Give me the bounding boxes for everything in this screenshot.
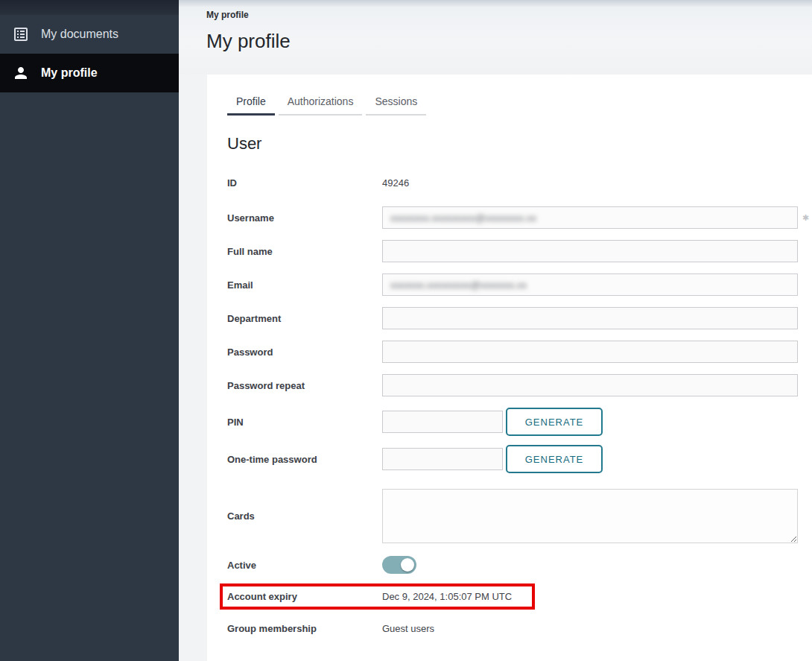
pin-generate-button[interactable]: GENERATE — [506, 408, 603, 436]
department-input[interactable] — [382, 307, 798, 329]
email-redacted-value: xxxxxxx.xxxxxxxxx@xxxxxxx.xx — [390, 279, 527, 291]
field-row-pin: PIN GENERATE — [227, 408, 798, 436]
field-row-username: Username xxxxxxxx.xxxxxxxxx@xxxxxxxx.xx … — [227, 206, 798, 229]
pin-input[interactable] — [382, 411, 503, 433]
account-expiry-label: Account expiry — [227, 591, 382, 602]
cards-label: Cards — [227, 510, 382, 522]
field-row-active: Active — [227, 556, 798, 574]
active-toggle[interactable] — [382, 556, 416, 574]
full-name-label: Full name — [227, 246, 382, 257]
documents-list-icon — [12, 25, 30, 43]
group-membership-label: Group membership — [227, 623, 382, 634]
one-time-password-input[interactable] — [382, 448, 503, 470]
field-row-id: ID 49246 — [227, 177, 798, 189]
active-label: Active — [227, 560, 382, 571]
breadcrumb[interactable]: My profile — [206, 10, 812, 20]
email-label: Email — [227, 279, 382, 291]
main-area: My profile My profile Profile Authorizat… — [179, 0, 812, 661]
sidebar-item-label: My documents — [41, 28, 118, 41]
tab-profile[interactable]: Profile — [227, 89, 275, 116]
field-row-password-repeat: Password repeat — [227, 374, 798, 396]
profile-card: Profile Authorizations Sessions User ID … — [207, 75, 812, 661]
required-asterisk: ✱ — [802, 213, 809, 223]
password-repeat-input[interactable] — [382, 374, 798, 396]
field-row-one-time-password: One-time password GENERATE — [227, 445, 798, 473]
id-value: 49246 — [382, 177, 409, 189]
pin-label: PIN — [227, 417, 382, 428]
app-window: My documents My profile My profile My pr… — [0, 0, 812, 661]
account-expiry-highlight-annotation: Account expiry Dec 9, 2024, 1:05:07 PM U… — [220, 583, 535, 610]
sidebar: My documents My profile — [0, 0, 179, 661]
field-row-department: Department — [227, 307, 798, 329]
id-label: ID — [227, 177, 382, 189]
field-row-cards: Cards — [227, 489, 798, 543]
department-label: Department — [227, 313, 382, 324]
full-name-input[interactable] — [382, 240, 798, 262]
password-repeat-label: Password repeat — [227, 380, 382, 391]
sidebar-top-strip — [0, 0, 179, 15]
sidebar-item-label: My profile — [41, 66, 98, 80]
cards-textarea[interactable] — [382, 489, 798, 543]
username-redacted-value: xxxxxxxx.xxxxxxxxx@xxxxxxxx.xx — [390, 212, 536, 224]
page-title: My profile — [206, 30, 812, 53]
account-expiry-value: Dec 9, 2024, 1:05:07 PM UTC — [382, 591, 512, 602]
group-membership-value: Guest users — [382, 623, 434, 634]
field-row-full-name: Full name — [227, 240, 798, 262]
field-row-email: Email xxxxxxx.xxxxxxxxx@xxxxxxx.xx — [227, 273, 798, 296]
password-input[interactable] — [382, 341, 798, 363]
person-icon — [12, 64, 30, 82]
tab-sessions[interactable]: Sessions — [366, 89, 426, 116]
password-label: Password — [227, 347, 382, 358]
field-row-group-membership: Group membership Guest users — [227, 623, 798, 634]
otp-generate-button[interactable]: GENERATE — [506, 445, 603, 473]
tab-authorizations[interactable]: Authorizations — [279, 89, 363, 116]
username-label: Username — [227, 212, 382, 224]
username-input[interactable]: xxxxxxxx.xxxxxxxxx@xxxxxxxx.xx — [382, 206, 798, 229]
sidebar-item-my-documents[interactable]: My documents — [0, 15, 179, 54]
tab-bar: Profile Authorizations Sessions — [227, 89, 798, 116]
toggle-knob — [401, 558, 414, 572]
sidebar-item-my-profile[interactable]: My profile — [0, 54, 179, 92]
field-row-password: Password — [227, 341, 798, 363]
one-time-password-label: One-time password — [227, 454, 382, 465]
page-header: My profile My profile — [179, 0, 812, 75]
section-title-user: User — [227, 134, 798, 154]
email-input[interactable]: xxxxxxx.xxxxxxxxx@xxxxxxx.xx — [382, 273, 798, 296]
